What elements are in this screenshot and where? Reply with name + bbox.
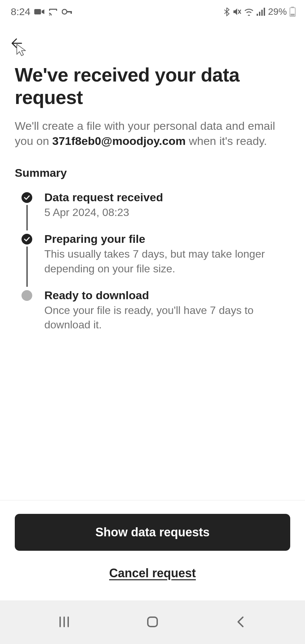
timeline-body: Preparing your file This usually takes 7…: [44, 232, 290, 288]
video-icon: [34, 8, 44, 15]
svg-rect-3: [71, 11, 72, 14]
timeline-item-ready: Ready to download Once your file is read…: [21, 289, 290, 345]
cast-icon: [48, 8, 58, 15]
main-content: We've received your data request We'll c…: [0, 54, 305, 500]
show-data-requests-button[interactable]: Show data requests: [15, 514, 290, 551]
home-button[interactable]: [142, 612, 163, 632]
cancel-request-link[interactable]: Cancel request: [15, 566, 290, 580]
recents-button[interactable]: [54, 612, 74, 632]
svg-rect-9: [264, 8, 265, 16]
status-right: 29%: [224, 6, 296, 17]
timeline-marker: [21, 289, 32, 345]
timeline-desc: This usually takes 7 days, but may take …: [44, 247, 290, 276]
bluetooth-icon: [224, 7, 230, 16]
timeline-item-received: Data request received 5 Apr 2024, 08:23: [21, 191, 290, 232]
subtitle-suffix: when it's ready.: [186, 135, 267, 147]
timeline-connector: [27, 247, 28, 286]
status-time: 8:24: [11, 6, 30, 17]
pending-icon: [21, 290, 32, 301]
timeline: Data request received 5 Apr 2024, 08:23 …: [15, 191, 290, 345]
footer: Show data requests Cancel request: [0, 500, 305, 600]
timeline-body: Ready to download Once your file is read…: [44, 289, 290, 345]
recents-icon: [57, 615, 71, 630]
nav-back-button[interactable]: [231, 612, 251, 632]
home-icon: [146, 615, 159, 630]
timeline-connector: [27, 205, 28, 230]
svg-point-1: [62, 9, 67, 14]
subtitle-email: 371f8eb0@moodjoy.com: [52, 135, 186, 147]
wifi-icon: [244, 8, 254, 16]
page-subtitle: We'll create a file with your personal d…: [15, 118, 290, 149]
timeline-body: Data request received 5 Apr 2024, 08:23: [44, 191, 290, 232]
page-title: We've received your data request: [15, 64, 290, 109]
timeline-marker: [21, 191, 32, 232]
back-button[interactable]: [11, 34, 31, 54]
key-icon: [62, 9, 73, 15]
svg-rect-8: [261, 10, 263, 16]
svg-rect-7: [259, 12, 260, 16]
timeline-marker: [21, 232, 32, 288]
battery-percent: 29%: [268, 6, 287, 17]
check-icon: [21, 192, 32, 203]
svg-rect-0: [34, 9, 41, 14]
timeline-desc: Once your file is ready, you'll have 7 d…: [44, 303, 290, 332]
android-nav-bar: [0, 600, 305, 644]
mute-icon: [232, 7, 241, 16]
check-icon: [21, 234, 32, 245]
chevron-left-icon: [234, 615, 248, 630]
timeline-title: Preparing your file: [44, 232, 290, 246]
timeline-item-preparing: Preparing your file This usually takes 7…: [21, 232, 290, 288]
svg-rect-6: [257, 14, 258, 16]
cursor-icon: [15, 43, 28, 58]
timeline-desc: 5 Apr 2024, 08:23: [44, 205, 290, 220]
status-left: 8:24: [11, 6, 73, 17]
status-bar: 8:24 29%: [0, 0, 305, 23]
summary-label: Summary: [15, 166, 290, 179]
svg-rect-16: [148, 617, 157, 627]
svg-rect-12: [291, 14, 295, 16]
timeline-title: Data request received: [44, 191, 290, 204]
signal-icon: [257, 8, 265, 16]
battery-icon: [290, 7, 296, 17]
timeline-title: Ready to download: [44, 289, 290, 302]
